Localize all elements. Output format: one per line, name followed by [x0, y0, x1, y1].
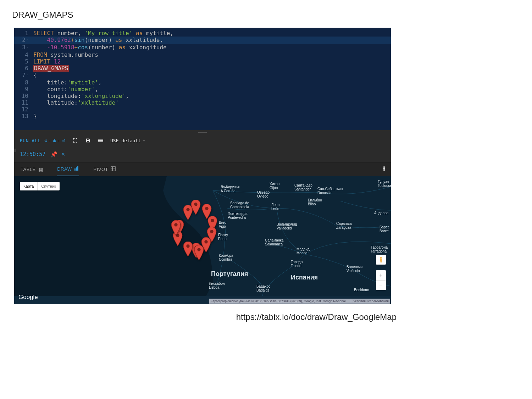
city-label: ПортуPorto	[218, 233, 228, 241]
code-line[interactable]: 1SELECT number, 'My row title' as mytitl…	[14, 30, 391, 37]
city-label: ЛиссабонLisboa	[209, 282, 225, 289]
city-label: Сан-СебастьянDonostia	[317, 187, 343, 195]
code-line[interactable]: 9 count:'number',	[14, 86, 391, 93]
zoom-out-button[interactable]: −	[376, 281, 386, 290]
svg-rect-2	[98, 142, 103, 142]
svg-point-18	[174, 223, 177, 226]
svg-rect-0	[98, 139, 103, 140]
city-label: ПонтеведраPontevedra	[228, 212, 248, 220]
view-tabs: TABLE ▦ DRAW PIVOT	[14, 162, 391, 176]
svg-rect-3	[74, 168, 76, 171]
city-label: Santiago deCompostela	[230, 201, 249, 209]
map-marker[interactable]	[183, 242, 193, 258]
code-editor[interactable]: 1SELECT number, 'My row title' as mytitl…	[14, 28, 391, 130]
city-label: ОвьедоOviedo	[257, 190, 270, 198]
map-marker[interactable]	[191, 200, 201, 216]
page-title: DRAW_GMAPS	[12, 10, 520, 20]
city-label: БарсеBarce	[379, 225, 389, 233]
code-line[interactable]: 3 -10.5918+cos(number) as xxlongitude	[14, 44, 391, 51]
code-line[interactable]: 13}	[14, 113, 391, 120]
code-line[interactable]: 4FROM system.numbers	[14, 51, 391, 58]
close-result-icon[interactable]: ✕	[61, 151, 65, 157]
svg-rect-5	[77, 166, 78, 171]
streetview-pegman[interactable]	[376, 255, 386, 265]
map-terms-link[interactable]: Условия использования	[351, 299, 389, 303]
city-label: ХихонGijón	[270, 182, 279, 190]
code-line[interactable]: 10 longitude:'xxlongitude',	[14, 93, 391, 99]
city-label: СарагосаZaragoza	[336, 222, 352, 229]
svg-point-16	[186, 244, 189, 248]
svg-point-11	[205, 207, 208, 210]
map-marker[interactable]	[171, 220, 181, 237]
city-label: Ла-КоруньяA Coruña	[221, 185, 239, 193]
svg-point-12	[211, 219, 214, 222]
zoom-in-button[interactable]: +	[376, 270, 386, 281]
toolbar: RUN ALL ⇅ + ✱ + ⏎ USE default▾	[14, 134, 391, 146]
city-label: СаламанкаSalamanca	[265, 238, 283, 246]
google-logo: Google	[18, 294, 38, 301]
city-label: ЛеонLeón	[271, 203, 279, 211]
city-label: БильбаоBilbo	[308, 198, 322, 206]
result-timestamp: 12:50:57	[20, 151, 45, 157]
svg-rect-1	[98, 140, 103, 141]
source-url: https://tabix.io/doc/draw/Draw_GoogleMap	[12, 312, 397, 322]
map-type-control[interactable]: Карта Спутник	[20, 182, 60, 190]
svg-point-9	[186, 208, 189, 211]
code-line[interactable]: 7{	[14, 72, 391, 79]
fullscreen-icon[interactable]	[72, 137, 78, 144]
pin-result-icon[interactable]: 📌	[50, 151, 57, 158]
city-label: ТоледоToledo	[291, 260, 303, 268]
tab-table[interactable]: TABLE ▦	[21, 162, 43, 176]
database-selector[interactable]: USE default▾	[110, 138, 145, 143]
zoom-control: + −	[376, 270, 386, 290]
run-shortcut-hint: ⇅ + ✱ + ⏎	[44, 139, 66, 143]
save-icon[interactable]	[85, 137, 91, 144]
city-label: ТаррагонаTarragona	[371, 245, 388, 253]
resize-grip-icon[interactable]: ||	[14, 148, 16, 152]
map-type-map[interactable]: Карта	[20, 182, 38, 190]
country-label: Испания	[291, 276, 318, 279]
code-line[interactable]: 8 title:'mytitle',	[14, 79, 391, 86]
code-line[interactable]: 2 40.9762+sin(number) as xxlatitude,	[14, 37, 391, 44]
tab-draw[interactable]: DRAW	[57, 162, 79, 176]
city-label: КоимбраCoimbra	[219, 254, 233, 261]
split-drag-handle[interactable]	[14, 130, 391, 134]
map-attribution: Картографические данные © 2017 GeoBasis-…	[209, 299, 390, 304]
city-label: БадахосBadajoz	[256, 284, 270, 292]
svg-point-14	[204, 240, 207, 243]
svg-point-13	[210, 230, 213, 233]
svg-rect-21	[380, 259, 382, 261]
google-map[interactable]: Карта Спутник ТулузаToulouseСан-Себастья…	[14, 176, 391, 304]
menu-icon[interactable]	[98, 137, 104, 144]
city-label: Андорра	[374, 211, 388, 215]
city-label: Benidorm	[354, 288, 369, 292]
code-line[interactable]: 5LIMIT 12	[14, 58, 391, 65]
city-label: СантандерSantander	[294, 183, 312, 191]
map-type-satellite[interactable]: Спутник	[38, 182, 59, 190]
city-label: ВигоVigo	[219, 221, 226, 228]
tab-pivot[interactable]: PIVOT	[93, 162, 116, 176]
svg-point-20	[380, 257, 382, 259]
svg-rect-4	[76, 167, 77, 171]
svg-point-19	[197, 248, 200, 251]
city-label: ТулузаToulouse	[378, 180, 391, 188]
code-line[interactable]: 12	[14, 106, 391, 113]
app-shell: 1SELECT number, 'My row title' as mytitl…	[14, 28, 391, 304]
city-label: ВальядолидValladolid	[277, 222, 297, 230]
country-label: Португалия	[211, 272, 248, 276]
result-tab-row: || 12:50:57 📌 ✕	[14, 146, 391, 162]
svg-point-10	[194, 203, 197, 206]
chevron-down-icon: ▾	[143, 139, 145, 143]
svg-rect-6	[111, 167, 115, 171]
pin-panel-icon[interactable]	[382, 166, 386, 173]
city-label: ВаленсияValència	[347, 265, 362, 273]
run-all-button[interactable]: RUN ALL ⇅ + ✱ + ⏎	[20, 138, 66, 143]
grid-icon: ▦	[38, 167, 43, 172]
map-marker[interactable]	[194, 245, 204, 261]
code-line[interactable]: 11 latitude:'xxlatitude'	[14, 99, 391, 106]
bar-chart-icon	[74, 166, 79, 172]
code-line[interactable]: 6DRAW_GMAPS	[14, 65, 391, 72]
pivot-icon	[111, 166, 116, 172]
city-label: МадридMadrid	[297, 247, 310, 255]
